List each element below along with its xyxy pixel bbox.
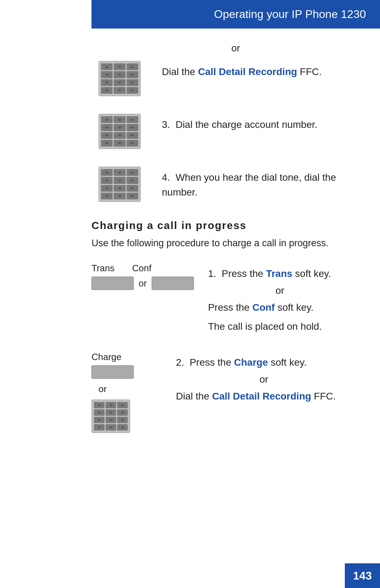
- step1b-suffix: soft key.: [275, 302, 314, 313]
- dial-cdr-suffix: FFC.: [297, 66, 322, 77]
- charge-label-text: Charge: [91, 352, 121, 363]
- step2-line: 2. Press the Charge soft key.: [176, 355, 352, 370]
- step2b-prefix: Dial the: [176, 391, 212, 402]
- key-cell: [127, 63, 138, 70]
- main-content: or Dial the Call Detail Recording FFC.: [0, 29, 380, 479]
- key-cell: [114, 185, 125, 192]
- step3-num: 3.: [162, 119, 170, 130]
- key-cell: [127, 79, 138, 86]
- step1-prefix: Press the: [222, 268, 266, 279]
- instruction-row-step3: 3. Dial the charge account number.: [91, 114, 352, 149]
- trans-conf-buttons: or: [91, 277, 194, 290]
- section-heading: Charging a call in progress: [91, 219, 352, 231]
- key-cell: [101, 116, 113, 123]
- charge-sub: or: [91, 365, 134, 433]
- trans-label: Trans: [91, 263, 115, 274]
- key-cell: [117, 424, 128, 431]
- header-title-text: Operating your IP Phone: [214, 8, 341, 20]
- charge-or-text: or: [91, 384, 107, 395]
- dial-cdr-blue: Call Detail Recording: [198, 66, 297, 77]
- key-cell: [101, 79, 113, 86]
- or-between-steps: or: [208, 281, 352, 300]
- key-cell: [94, 402, 104, 408]
- key-cell: [114, 63, 125, 70]
- charge-soft-key-button[interactable]: [91, 365, 134, 379]
- charge-blue-text: Charge: [234, 357, 268, 368]
- trans-conf-or-text: or: [139, 278, 147, 289]
- charge-or-inner: or: [176, 370, 352, 389]
- key-cell: [127, 169, 138, 176]
- key-cell: [101, 177, 113, 184]
- conf-soft-key-button[interactable]: [152, 277, 194, 290]
- key-cell: [114, 79, 125, 86]
- key-cell: [101, 193, 113, 199]
- key-cell: [94, 409, 104, 416]
- key-cell: [101, 124, 113, 131]
- step2-prefix: Press the: [190, 357, 234, 368]
- step2b-suffix: FFC.: [311, 391, 336, 402]
- step1b-prefix: Press the: [208, 302, 252, 313]
- key-cell: [114, 193, 125, 199]
- keypad-icon-3: [99, 167, 141, 202]
- key-cell: [114, 132, 125, 139]
- key-cell: [106, 402, 116, 408]
- key-cell: [127, 116, 138, 123]
- step4-body: When you hear the dial tone, dial the nu…: [162, 172, 336, 198]
- key-cell: [117, 409, 128, 416]
- key-cell: [106, 417, 116, 423]
- trans-conf-area: Trans Conf or: [91, 263, 194, 290]
- keypad-icon-2: [99, 114, 141, 149]
- step4-text: 4. When you hear the dial tone, dial the…: [162, 167, 352, 200]
- trans-conf-instructions: 1. Press the Trans soft key. or Press th…: [208, 263, 352, 334]
- key-cell: [114, 124, 125, 131]
- page-number: 143: [353, 569, 372, 582]
- section-intro: Use the following procedure to charge a …: [91, 238, 352, 249]
- key-cell: [94, 417, 104, 423]
- keypad-icon-1: [99, 61, 141, 96]
- step1-suffix: soft key.: [292, 268, 331, 279]
- dial-cdr-text: Dial the Call Detail Recording FFC.: [162, 61, 352, 79]
- header-title: Operating your IP Phone 1230: [214, 8, 366, 21]
- trans-conf-labels: Trans Conf: [91, 263, 151, 274]
- step2b-line: Dial the Call Detail Recording FFC.: [176, 389, 352, 404]
- step2-suffix: soft key.: [268, 357, 306, 368]
- key-cell: [117, 402, 128, 408]
- keypad-icon-area-2: [91, 114, 148, 149]
- conf-blue-text: Conf: [252, 302, 275, 313]
- page-number-box: 143: [345, 563, 380, 588]
- step3-body: Dial the charge account number.: [176, 119, 317, 130]
- trans-soft-key-button[interactable]: [91, 277, 134, 290]
- conf-label: Conf: [132, 263, 152, 274]
- step3-text: 3. Dial the charge account number.: [162, 114, 352, 132]
- step1b-line: Press the Conf soft key.: [208, 300, 352, 315]
- key-cell: [117, 417, 128, 423]
- key-cell: [101, 63, 113, 70]
- key-cell: [114, 71, 125, 78]
- top-or-text: or: [120, 43, 352, 54]
- key-cell: [127, 185, 138, 192]
- key-cell: [127, 132, 138, 139]
- key-cell: [101, 169, 113, 176]
- key-cell: [94, 424, 104, 431]
- hold-text: The call is placed on hold.: [208, 319, 352, 334]
- trans-blue-text: Trans: [266, 268, 292, 279]
- key-cell: [101, 140, 113, 147]
- instruction-row-step4: 4. When you hear the dial tone, dial the…: [91, 167, 352, 202]
- key-cell: [127, 177, 138, 184]
- instruction-row-dial-cdr: Dial the Call Detail Recording FFC.: [91, 61, 352, 96]
- key-cell: [101, 71, 113, 78]
- key-cell: [114, 116, 125, 123]
- charge-instructions: 2. Press the Charge soft key. or Dial th…: [176, 352, 352, 404]
- key-cell: [127, 140, 138, 147]
- key-cell: [101, 185, 113, 192]
- instruction-row-trans-conf: Trans Conf or 1. Press the Trans soft ke…: [91, 263, 352, 334]
- key-cell: [114, 169, 125, 176]
- step4-num: 4.: [162, 172, 170, 183]
- page-header: Operating your IP Phone 1230: [91, 0, 380, 29]
- key-cell: [106, 424, 116, 431]
- keypad-icon-area-3: [91, 167, 148, 202]
- charge-area: Charge or: [91, 352, 162, 433]
- keypad-icon-charge: [91, 400, 130, 433]
- header-title-num: 1230: [341, 8, 366, 20]
- key-cell: [101, 132, 113, 139]
